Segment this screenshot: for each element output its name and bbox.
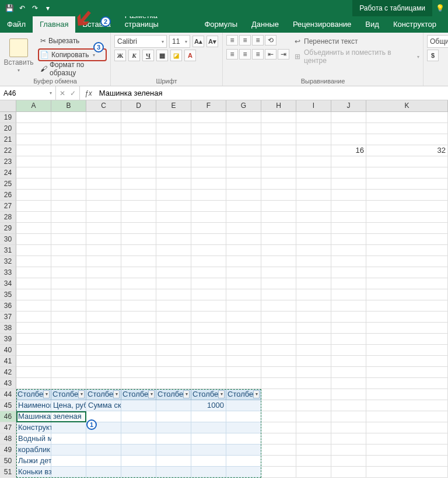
cell[interactable] — [366, 267, 448, 278]
cell[interactable] — [86, 267, 121, 278]
col-header-K[interactable]: K — [366, 100, 448, 111]
cell[interactable] — [16, 245, 51, 256]
cell[interactable] — [86, 378, 121, 389]
col-header-B[interactable]: B — [51, 100, 86, 111]
cell[interactable] — [296, 400, 331, 411]
grow-font-button[interactable]: A▴ — [192, 36, 204, 47]
cell[interactable]: Лыжи детские — [16, 456, 51, 467]
cell[interactable]: кораблик для ребенка — [16, 444, 51, 456]
cell[interactable] — [296, 167, 331, 178]
cell[interactable] — [261, 411, 296, 422]
row-header[interactable]: 43 — [0, 378, 16, 389]
cell[interactable] — [296, 267, 331, 278]
cell[interactable] — [51, 245, 86, 256]
row-header[interactable]: 42 — [0, 367, 16, 378]
cell[interactable] — [226, 312, 261, 323]
cell[interactable] — [16, 378, 51, 389]
cell[interactable] — [51, 345, 86, 356]
cell[interactable] — [86, 467, 121, 478]
cell[interactable] — [366, 334, 448, 345]
cell[interactable] — [121, 378, 156, 389]
tab-design[interactable]: Конструктор — [386, 16, 443, 33]
row-header[interactable]: 34 — [0, 278, 16, 289]
cell[interactable] — [331, 323, 366, 334]
cell[interactable] — [331, 345, 366, 356]
cell[interactable] — [121, 456, 156, 467]
cell[interactable] — [16, 223, 51, 234]
cell[interactable] — [296, 467, 331, 478]
italic-button[interactable]: К — [128, 50, 140, 61]
row-header[interactable]: 19 — [0, 112, 16, 123]
cell[interactable] — [156, 467, 191, 478]
cell[interactable] — [51, 178, 86, 190]
col-header-F[interactable]: F — [191, 100, 226, 111]
cell[interactable] — [296, 433, 331, 444]
cell[interactable] — [226, 411, 261, 422]
cell[interactable] — [366, 234, 448, 245]
cell[interactable] — [366, 134, 448, 145]
cell[interactable] — [366, 411, 448, 422]
cell[interactable] — [366, 223, 448, 234]
cell[interactable] — [51, 323, 86, 334]
cell[interactable] — [191, 334, 226, 345]
cell[interactable] — [296, 234, 331, 245]
cell[interactable] — [261, 356, 296, 367]
cell[interactable] — [366, 278, 448, 289]
row-header[interactable]: 45 — [0, 400, 16, 411]
cell[interactable]: Столбе▾ — [51, 389, 86, 400]
cell[interactable] — [86, 212, 121, 223]
cell[interactable] — [331, 278, 366, 289]
cell[interactable] — [366, 456, 448, 467]
cell[interactable] — [191, 256, 226, 267]
cell[interactable] — [261, 167, 296, 178]
cell[interactable] — [331, 167, 366, 178]
row-header[interactable]: 41 — [0, 356, 16, 367]
cell[interactable] — [121, 312, 156, 323]
cell[interactable] — [51, 467, 86, 478]
cell[interactable] — [121, 145, 156, 156]
cell[interactable] — [121, 422, 156, 433]
cell[interactable] — [121, 400, 156, 411]
cell[interactable] — [261, 422, 296, 433]
cell[interactable] — [261, 467, 296, 478]
cell[interactable] — [86, 411, 121, 422]
cell[interactable] — [121, 367, 156, 378]
cell[interactable] — [296, 389, 331, 400]
cell[interactable]: Столбе▾ — [121, 389, 156, 400]
cell[interactable] — [16, 212, 51, 223]
cell[interactable] — [191, 456, 226, 467]
cell[interactable] — [51, 456, 86, 467]
cell[interactable] — [16, 112, 51, 123]
cell[interactable] — [16, 156, 51, 167]
row-header[interactable]: 33 — [0, 267, 16, 278]
filter-dropdown-icon[interactable]: ▾ — [183, 390, 190, 398]
row-header[interactable]: 20 — [0, 123, 16, 134]
cell[interactable] — [121, 278, 156, 289]
cell[interactable] — [16, 312, 51, 323]
cell[interactable] — [16, 356, 51, 367]
cell[interactable] — [366, 190, 448, 201]
cell[interactable] — [261, 334, 296, 345]
cell[interactable] — [51, 212, 86, 223]
cell[interactable] — [121, 167, 156, 178]
cell[interactable] — [226, 456, 261, 467]
cell[interactable] — [121, 178, 156, 190]
paste-button[interactable]: Вставить ▾ — [4, 35, 34, 76]
filter-dropdown-icon[interactable]: ▾ — [113, 390, 120, 398]
cell[interactable] — [226, 323, 261, 334]
merge-center-button[interactable]: ⊞ Объединить и поместить в центре ▾ — [295, 50, 419, 63]
wrap-text-button[interactable]: ↩ Перенести текст — [295, 35, 419, 48]
align-right-button[interactable]: ≡ — [252, 49, 264, 60]
cell[interactable] — [366, 212, 448, 223]
cell[interactable] — [86, 112, 121, 123]
cell[interactable] — [191, 234, 226, 245]
align-center-button[interactable]: ≡ — [239, 49, 251, 60]
cell[interactable] — [296, 134, 331, 145]
cell[interactable] — [366, 323, 448, 334]
cell[interactable] — [86, 323, 121, 334]
cell[interactable] — [156, 178, 191, 190]
cell[interactable] — [121, 444, 156, 456]
cell[interactable] — [331, 201, 366, 212]
cell[interactable] — [296, 245, 331, 256]
cell[interactable] — [121, 156, 156, 167]
